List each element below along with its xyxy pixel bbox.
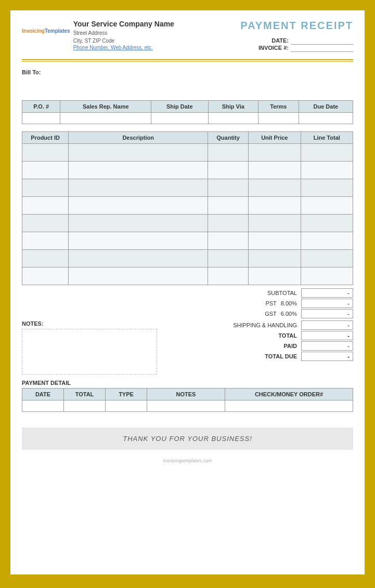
- prod-desc[interactable]: [69, 249, 208, 267]
- prod-qty[interactable]: [208, 249, 249, 267]
- pst-rate: 8.00%: [281, 300, 301, 306]
- logo-templates: Templates: [45, 28, 70, 34]
- divider-top: [22, 59, 353, 60]
- pd-col-3: NOTES: [147, 388, 225, 400]
- prod-id[interactable]: [22, 196, 69, 214]
- prod-qty[interactable]: [208, 196, 249, 214]
- total-label: TOTAL: [278, 332, 301, 339]
- prod-price[interactable]: [249, 179, 301, 196]
- pd-total[interactable]: [64, 400, 106, 411]
- table-row: [22, 161, 353, 179]
- prod-qty[interactable]: [208, 143, 249, 161]
- prod-id[interactable]: [22, 161, 69, 179]
- po-cell-4[interactable]: [258, 112, 299, 124]
- prod-price[interactable]: [249, 249, 301, 267]
- prod-id[interactable]: [22, 179, 69, 196]
- prod-id[interactable]: [22, 214, 69, 232]
- header: InvoicingTemplates Your Service Company …: [10, 10, 365, 52]
- pst-label: PST: [265, 300, 280, 306]
- prod-total[interactable]: [301, 267, 353, 285]
- prod-total[interactable]: [301, 249, 353, 267]
- po-col-header-4: Terms: [258, 100, 299, 112]
- prod-total[interactable]: [301, 161, 353, 179]
- prod-total[interactable]: [301, 143, 353, 161]
- prod-qty[interactable]: [208, 214, 249, 232]
- prod-id[interactable]: [22, 232, 69, 249]
- total-due-label: TOTAL DUE: [265, 353, 301, 359]
- notes-section: NOTES:: [22, 320, 228, 375]
- pd-notes[interactable]: [147, 400, 225, 411]
- pd-date[interactable]: [22, 400, 64, 411]
- prod-qty[interactable]: [208, 161, 249, 179]
- po-col-header-5: Due Date: [299, 100, 353, 112]
- prod-desc[interactable]: [69, 143, 208, 161]
- payment-detail-section: PAYMENT DETAIL DATE TOTAL TYPE NOTES CHE…: [10, 375, 365, 412]
- prod-id[interactable]: [22, 249, 69, 267]
- pd-check[interactable]: [225, 400, 353, 411]
- thank-you-text: THANK YOU FOR YOUR BUSINESS!: [22, 435, 353, 443]
- company-info: Your Service Company Name Street Address…: [73, 20, 174, 50]
- prod-price[interactable]: [249, 232, 301, 249]
- paid-value[interactable]: -: [301, 341, 353, 351]
- paid-label: PAID: [284, 343, 301, 349]
- prod-id[interactable]: [22, 267, 69, 285]
- prod-total[interactable]: [301, 179, 353, 196]
- prod-desc[interactable]: [69, 214, 208, 232]
- table-row: [22, 267, 353, 285]
- prod-qty[interactable]: [208, 232, 249, 249]
- prod-desc[interactable]: [69, 161, 208, 179]
- document: InvoicingTemplates Your Service Company …: [9, 9, 366, 576]
- table-row: [22, 249, 353, 267]
- prod-desc[interactable]: [69, 232, 208, 249]
- po-cell-1[interactable]: [60, 112, 151, 124]
- date-value[interactable]: [291, 37, 353, 44]
- prod-price[interactable]: [249, 196, 301, 214]
- prod-qty[interactable]: [208, 179, 249, 196]
- prod-total[interactable]: [301, 232, 353, 249]
- prod-total[interactable]: [301, 214, 353, 232]
- po-col-header-3: Ship Via: [208, 100, 258, 112]
- page-wrapper: InvoicingTemplates Your Service Company …: [0, 0, 375, 588]
- gst-label: GST: [265, 311, 281, 317]
- pd-col-4: CHECK/MONEY ORDER#: [225, 388, 353, 400]
- prod-id[interactable]: [22, 143, 69, 161]
- bottom-note: invoicingtemplates.com: [10, 455, 365, 469]
- prod-col-header-0: Product ID: [22, 131, 69, 143]
- subtotal-label: SUBTOTAL: [208, 290, 301, 296]
- prod-price[interactable]: [249, 143, 301, 161]
- prod-desc[interactable]: [69, 267, 208, 285]
- total-value[interactable]: -: [301, 331, 353, 340]
- payment-detail-label: PAYMENT DETAIL: [22, 380, 353, 386]
- po-cell-0[interactable]: [22, 112, 60, 124]
- po-col-header-0: P.O. #: [22, 100, 60, 112]
- pd-col-1: TOTAL: [64, 388, 106, 400]
- products-section: Product ID Description Quantity Unit Pri…: [10, 124, 365, 285]
- shipping-value[interactable]: -: [301, 320, 353, 330]
- po-cell-3[interactable]: [208, 112, 258, 124]
- prod-qty[interactable]: [208, 267, 249, 285]
- table-row: [22, 232, 353, 249]
- subtotal-value[interactable]: -: [301, 288, 353, 298]
- prod-desc[interactable]: [69, 179, 208, 196]
- notes-box[interactable]: [22, 329, 157, 375]
- total-due-value[interactable]: -: [301, 352, 353, 361]
- po-cell-5[interactable]: [299, 112, 353, 124]
- prod-price[interactable]: [249, 267, 301, 285]
- prod-desc[interactable]: [69, 196, 208, 214]
- gst-value[interactable]: -: [301, 309, 353, 318]
- logo-invoicing: Invoicing: [22, 28, 45, 34]
- invoice-label: INVOICE #:: [256, 44, 291, 51]
- table-row: [22, 196, 353, 214]
- pd-type[interactable]: [106, 400, 147, 411]
- po-cell-2[interactable]: [151, 112, 208, 124]
- company-street: Street Address: [73, 29, 174, 37]
- prod-price[interactable]: [249, 161, 301, 179]
- pst-value[interactable]: -: [301, 299, 353, 308]
- invoice-value[interactable]: [291, 44, 353, 51]
- prod-price[interactable]: [249, 214, 301, 232]
- po-table: P.O. # Sales Rep. Name Ship Date Ship Vi…: [22, 100, 353, 124]
- table-row: [22, 143, 353, 161]
- prod-total[interactable]: [301, 196, 353, 214]
- prod-col-header-3: Unit Price: [249, 131, 301, 143]
- company-phone: Phone Number, Web Address, etc.: [73, 45, 174, 50]
